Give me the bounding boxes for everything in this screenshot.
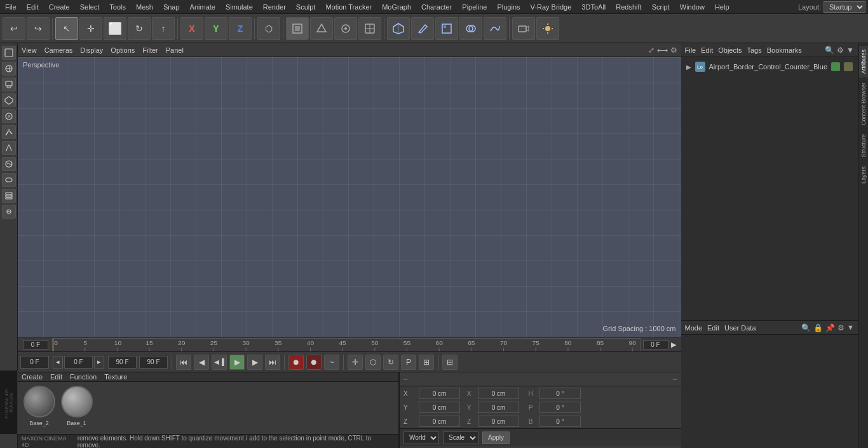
timeline-ruler[interactable]: 0 5 10 15 20 25 30 35 40 (52, 338, 641, 352)
move-tool[interactable]: ✛ (79, 17, 102, 40)
obj-menu-file[interactable]: File (685, 46, 696, 54)
menu-simulate[interactable]: Simulate (220, 2, 258, 12)
edge-mode-btn[interactable] (310, 17, 333, 40)
menu-edit[interactable]: Edit (22, 2, 44, 12)
vp-maximize-btn[interactable]: ⤢ (648, 46, 654, 55)
3d-viewport[interactable]: Passport control Passport control (18, 57, 681, 337)
h-rot-field[interactable] (539, 388, 581, 399)
paint-btn[interactable] (2, 78, 16, 92)
obj-more-btn[interactable]: ▼ (846, 46, 854, 55)
mat-menu-create[interactable]: Create (22, 373, 43, 381)
menu-3dtoall[interactable]: 3DToAll (576, 2, 611, 12)
playback-prev-btn-small[interactable]: ◂ (53, 356, 63, 369)
vp-menu-cameras[interactable]: Cameras (44, 46, 73, 54)
z-size-field[interactable] (478, 416, 519, 427)
rotate-tool[interactable]: ↻ (128, 17, 151, 40)
attr-settings-icon[interactable]: ⚙ (837, 323, 844, 332)
menu-mograph[interactable]: MoGraph (377, 2, 416, 12)
menu-sculpt[interactable]: Sculpt (291, 2, 321, 12)
play-reverse-btn[interactable]: ◀▐ (212, 355, 227, 370)
attr-menu-edit[interactable]: Edit (707, 324, 719, 332)
obj-search-icon[interactable]: 🔍 (825, 46, 834, 55)
goto-end-btn[interactable]: ⏭ (265, 355, 280, 370)
vp-settings-btn[interactable]: ⚙ (670, 46, 677, 55)
dynamics-btn[interactable] (2, 157, 16, 171)
playback-next-btn-small[interactable]: ▸ (94, 356, 104, 369)
obj-menu-tags[interactable]: Tags (747, 46, 762, 54)
object-mode-btn[interactable] (286, 17, 309, 40)
playback-start-field[interactable] (20, 356, 49, 369)
menu-window[interactable]: Window (675, 2, 710, 12)
p-rot-field[interactable] (539, 402, 581, 413)
vp-menu-panel[interactable]: Panel (166, 46, 184, 54)
object-visibility-badge[interactable] (831, 62, 840, 71)
obj-menu-bookmarks[interactable]: Bookmarks (767, 46, 802, 54)
boolean-btn[interactable] (459, 17, 482, 40)
x-axis-btn[interactable]: X (180, 17, 203, 40)
material-swatch-base2[interactable]: Base_2 (22, 386, 57, 430)
redo-button[interactable]: ↪ (27, 17, 50, 40)
menu-help[interactable]: Help (710, 2, 735, 12)
sculpt-side-btn[interactable] (2, 109, 16, 123)
mat-menu-texture[interactable]: Texture (104, 373, 127, 381)
menu-select[interactable]: Select (75, 2, 105, 12)
anim-grid-btn[interactable]: ⊞ (419, 355, 434, 370)
attr-expand-icon[interactable]: ▼ (847, 323, 854, 332)
play-btn[interactable]: ▶ (229, 355, 245, 370)
obj-menu-edit[interactable]: Edit (701, 46, 713, 54)
polygon-mode-btn[interactable]: ⬡ (257, 17, 280, 40)
mat-menu-function[interactable]: Function (70, 373, 97, 381)
record-btn[interactable]: ⏺ (288, 355, 304, 370)
tab-attributes[interactable]: Attributes (859, 46, 868, 78)
cube-btn[interactable] (387, 17, 410, 40)
layer-side-btn[interactable] (2, 189, 16, 203)
motion-clip-btn[interactable]: ~ (324, 355, 339, 370)
mat-menu-edit[interactable]: Edit (50, 373, 62, 381)
anim-scale-btn[interactable]: ⬡ (365, 355, 381, 370)
playback-current-field[interactable] (64, 356, 93, 369)
menu-plugins[interactable]: Plugins (492, 2, 525, 12)
x-size-field[interactable] (478, 388, 519, 399)
menu-animate[interactable]: Animate (185, 2, 220, 12)
tab-content-browser[interactable]: Content Browser (859, 79, 868, 129)
spline-btn[interactable] (484, 17, 506, 40)
rigging-btn[interactable] (2, 125, 16, 139)
texture-btn[interactable] (2, 62, 16, 76)
attr-menu-mode[interactable]: Mode (685, 324, 703, 332)
undo-button[interactable]: ↩ (3, 17, 25, 40)
transform-tool[interactable]: ↑ (152, 17, 175, 40)
next-frame-btn[interactable]: ▶ (247, 355, 262, 370)
layout-dropdown[interactable]: Startup (824, 1, 865, 13)
point-mode-btn[interactable] (334, 17, 357, 40)
attr-search-icon[interactable]: 🔍 (801, 323, 811, 332)
vp-menu-filter[interactable]: Filter (142, 46, 158, 54)
menu-file[interactable]: File (0, 2, 22, 12)
prev-frame-btn[interactable]: ◀ (194, 355, 209, 370)
world-space-select[interactable]: World (403, 431, 439, 444)
tab-structure[interactable]: Structure (859, 130, 868, 161)
goto-start-btn[interactable]: ⏮ (176, 355, 191, 370)
vp-menu-view[interactable]: View (22, 46, 37, 54)
object-render-badge[interactable] (844, 62, 853, 71)
anim-rotate-btn[interactable]: ↻ (383, 355, 398, 370)
menu-tools[interactable]: Tools (104, 2, 131, 12)
obj-filter-btn[interactable]: ⚙ (837, 46, 844, 55)
model-tool-btn[interactable] (2, 46, 16, 60)
menu-vray[interactable]: V-Ray Bridge (526, 2, 577, 12)
attr-lock-icon[interactable]: 🔒 (813, 323, 823, 332)
playback-end-field-1[interactable] (108, 356, 137, 369)
menu-render[interactable]: Render (258, 2, 291, 12)
timeline-toggle-btn[interactable]: ⊟ (442, 355, 458, 370)
anim-param-btn[interactable]: P (401, 355, 416, 370)
light-btn[interactable] (536, 17, 559, 40)
table-row[interactable]: ▶ Lo Airport_Border_Control_Counter_Blue (684, 60, 856, 74)
select-tool[interactable]: ↖ (55, 17, 78, 40)
uv-btn[interactable] (2, 93, 16, 107)
morph-btn[interactable] (2, 173, 16, 187)
attr-menu-userdata[interactable]: User Data (724, 324, 756, 332)
playback-end-field-2[interactable] (139, 356, 168, 369)
snap-side-btn[interactable] (2, 205, 16, 219)
menu-mesh[interactable]: Mesh (131, 2, 158, 12)
menu-script[interactable]: Script (647, 2, 675, 12)
z-pos-field[interactable] (419, 416, 460, 427)
